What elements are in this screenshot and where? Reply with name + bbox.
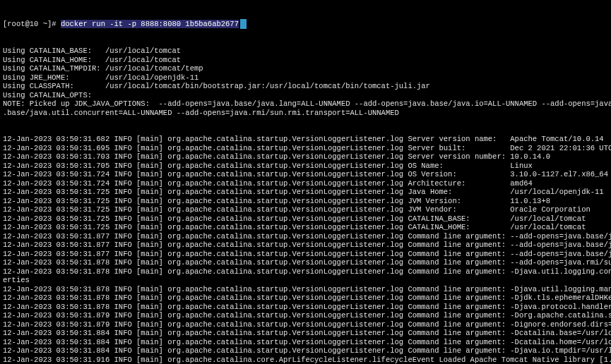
env-line: NOTE: Picked up JDK_JAVA_OPTIONS: --add-… [3, 99, 608, 109]
command-text: docker run -it -p 8888:8080 1b5ba6ab2677 [61, 20, 239, 28]
env-output: Using CATALINA_BASE: /usr/local/tomcatUs… [3, 47, 608, 117]
env-line: Using CATALINA_HOME: /usr/local/tomcat [3, 56, 608, 65]
log-line: 12-Jan-2023 03:50:31.878 INFO [main] org… [3, 293, 608, 303]
log-line: 12-Jan-2023 03:50:31.725 INFO [main] org… [3, 223, 608, 232]
env-line: Using JRE_HOME: /usr/local/openjdk-11 [3, 73, 608, 83]
env-line: Using CATALINA_OPTS: [3, 91, 608, 100]
env-line: .base/java.util.concurrent=ALL-UNNAMED -… [3, 109, 608, 118]
log-line: 12-Jan-2023 03:50:31.879 INFO [main] org… [3, 320, 608, 329]
prompt-line[interactable]: [root@10 ~]# docker run -it -p 8888:8080… [3, 19, 608, 29]
log-line: 12-Jan-2023 03:50:31.877 INFO [main] org… [3, 232, 608, 241]
log-line: 12-Jan-2023 03:50:31.878 INFO [main] org… [3, 258, 608, 267]
log-line: 12-Jan-2023 03:50:31.705 INFO [main] org… [3, 162, 608, 171]
log-line: 12-Jan-2023 03:50:31.884 INFO [main] org… [3, 338, 608, 347]
env-line: Using CATALINA_BASE: /usr/local/tomcat [3, 47, 608, 56]
log-line: 12-Jan-2023 03:50:31.877 INFO [main] org… [3, 250, 608, 259]
log-line: 12-Jan-2023 03:50:31.878 INFO [main] org… [3, 303, 608, 312]
log-line: erties [3, 276, 608, 285]
log-line: 12-Jan-2023 03:50:31.878 INFO [main] org… [3, 285, 608, 294]
log-line: 12-Jan-2023 03:50:31.877 INFO [main] org… [3, 241, 608, 250]
env-line: Using CATALINA_TMPDIR: /usr/local/tomcat… [3, 64, 608, 73]
env-line: Using CLASSPATH: /usr/local/tomcat/bin/b… [3, 82, 608, 91]
log-line: 12-Jan-2023 03:50:31.724 INFO [main] org… [3, 179, 608, 188]
log-line: 12-Jan-2023 03:50:31.878 INFO [main] org… [3, 267, 608, 277]
log-line: 12-Jan-2023 03:50:31.725 INFO [main] org… [3, 188, 608, 197]
log-line: 12-Jan-2023 03:50:31.725 INFO [main] org… [3, 197, 608, 206]
log-output: 12-Jan-2023 03:50:31.682 INFO [main] org… [3, 135, 608, 364]
log-line: 12-Jan-2023 03:50:31.725 INFO [main] org… [3, 214, 608, 224]
log-line: 12-Jan-2023 03:50:31.682 INFO [main] org… [3, 135, 608, 144]
log-line: 12-Jan-2023 03:50:31.884 INFO [main] org… [3, 346, 608, 356]
log-line: 12-Jan-2023 03:50:31.916 INFO [main] org… [3, 356, 608, 365]
log-line: 12-Jan-2023 03:50:31.725 INFO [main] org… [3, 205, 608, 214]
log-line: 12-Jan-2023 03:50:31.703 INFO [main] org… [3, 152, 608, 162]
log-line: 12-Jan-2023 03:50:31.724 INFO [main] org… [3, 170, 608, 179]
log-line: 12-Jan-2023 03:50:31.884 INFO [main] org… [3, 329, 608, 338]
log-line: 12-Jan-2023 03:50:31.695 INFO [main] org… [3, 144, 608, 153]
terminal-window[interactable]: [root@10 ~]# docker run -it -p 8888:8080… [0, 0, 611, 364]
log-line: 12-Jan-2023 03:50:31.879 INFO [main] org… [3, 311, 608, 320]
cursor-icon [240, 19, 247, 29]
shell-prompt: [root@10 ~]# [3, 20, 61, 28]
